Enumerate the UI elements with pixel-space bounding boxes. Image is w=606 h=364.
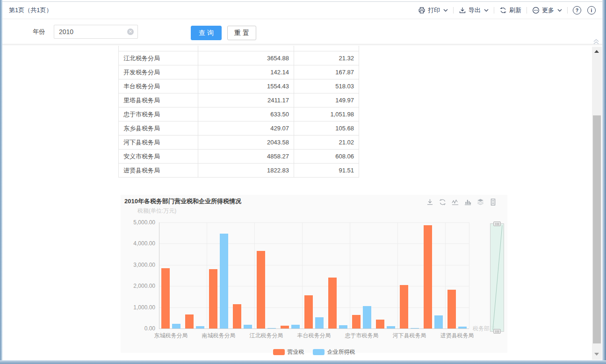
print-button[interactable]: 打印 [418, 6, 448, 14]
bar-企业所得税-4[interactable] [267, 328, 276, 328]
scroll-down-arrow[interactable] [594, 353, 599, 356]
data-view-icon[interactable] [489, 198, 497, 206]
datazoom-slider[interactable] [490, 223, 504, 332]
bar-营业税-8[interactable] [352, 315, 361, 328]
scrollbar-thumb[interactable] [593, 115, 601, 343]
chevron-down-icon [484, 9, 489, 12]
gridline-v [350, 222, 350, 328]
line-chart-icon[interactable] [451, 198, 459, 206]
bar-营业税-9[interactable] [376, 320, 384, 328]
window-border-right [602, 0, 606, 364]
stack-icon[interactable] [476, 198, 484, 206]
gridline-v [445, 222, 446, 328]
bar-企业所得税-7[interactable] [339, 325, 347, 328]
export-button[interactable]: 导出 [459, 6, 489, 14]
table-cell: 东乡县税务局 [119, 121, 198, 135]
bar-企业所得税-11[interactable] [434, 315, 443, 328]
bar-企业所得税-2[interactable] [220, 234, 228, 328]
bar-企业所得税-10[interactable] [411, 328, 419, 328]
gridline-v [254, 222, 255, 328]
bar-chart-icon[interactable] [464, 198, 472, 206]
table-row: 进贤县税务局1822.8391.51 [119, 164, 359, 178]
chart-legend: 营业税企业所得税 [273, 348, 355, 356]
export-label: 导出 [469, 6, 481, 14]
x-tick-label: 进贤县税务局 [435, 332, 480, 340]
table-cell: 21.32 [294, 51, 359, 65]
more-button[interactable]: 更多 [532, 6, 562, 14]
table-cell: 里塔县税务局 [119, 93, 198, 107]
table-cell: 105.68 [294, 121, 359, 135]
search-button[interactable]: 查 询 [191, 26, 222, 40]
y-tick-label: 3,000.00 [123, 262, 155, 268]
y-tick-label: 1,000.00 [123, 304, 155, 311]
printer-icon [418, 7, 426, 14]
bar-营业税-2[interactable] [209, 269, 217, 328]
bar-企业所得税-9[interactable] [387, 326, 395, 328]
x-tick-label: 江北税务分局 [244, 332, 289, 340]
table-cell: 429.07 [198, 121, 294, 135]
table-cell [198, 46, 294, 51]
gridline-h [159, 286, 469, 286]
x-tick-label: 南城税务分局 [196, 332, 241, 340]
bar-企业所得税-12[interactable] [458, 327, 467, 328]
table-cell: 21.02 [294, 136, 359, 149]
x-tick-label: 河下县税务局 [387, 332, 432, 340]
table-row: 忠于市税务局633.501,051.98 [119, 107, 359, 121]
help-button[interactable]: ? [573, 6, 581, 14]
table-cell: 安义市税务局 [119, 150, 198, 163]
table-cell: 2411.17 [198, 93, 294, 107]
bar-营业税-10[interactable] [400, 285, 408, 328]
bar-营业税-0[interactable] [161, 268, 170, 328]
bar-营业税-4[interactable] [257, 251, 265, 328]
gridline-h [159, 243, 469, 244]
bar-营业税-7[interactable] [328, 278, 337, 328]
legend-item-企业所得税[interactable]: 企业所得税 [313, 348, 355, 356]
bar-营业税-11[interactable] [424, 225, 432, 328]
bar-营业税-6[interactable] [304, 295, 313, 328]
table-cell [119, 46, 198, 51]
download-icon[interactable] [426, 198, 434, 206]
bar-企业所得税-3[interactable] [244, 325, 252, 328]
scroll-up-arrow[interactable] [594, 50, 599, 53]
datazoom-handle-bottom[interactable] [493, 329, 501, 334]
bar-企业所得税-8[interactable] [363, 306, 371, 328]
datazoom-handle-top[interactable] [493, 221, 501, 226]
refresh-button[interactable]: 刷新 [499, 6, 521, 14]
table-cell: 1,051.98 [294, 107, 359, 121]
table-row-partial [119, 46, 359, 51]
x-tick-label: 东城税务分局 [149, 332, 194, 340]
bar-营业税-12[interactable] [447, 290, 456, 328]
divider [527, 7, 527, 14]
collapse-panel-icon[interactable] [592, 38, 600, 46]
y-axis-name: 税额(单位:万元) [137, 207, 176, 215]
vertical-scrollbar[interactable] [592, 47, 602, 360]
refresh-icon[interactable] [439, 198, 447, 206]
gridline-v [469, 222, 469, 328]
clear-input-icon[interactable]: ✕ [127, 29, 134, 35]
bar-营业税-3[interactable] [233, 304, 241, 328]
legend-label: 企业所得税 [327, 348, 355, 356]
year-input[interactable] [54, 25, 137, 38]
bar-企业所得税-5[interactable] [291, 325, 300, 328]
table-cell: 1554.43 [198, 79, 294, 93]
bar-营业税-5[interactable] [281, 326, 289, 328]
divider [453, 7, 454, 14]
bar-企业所得税-0[interactable] [172, 324, 180, 328]
bar-营业税-1[interactable] [185, 314, 194, 328]
gridline-v [302, 222, 303, 328]
x-axis-line [159, 328, 469, 329]
info-button[interactable]: i [587, 6, 596, 14]
bar-企业所得税-6[interactable] [315, 317, 324, 328]
table-cell: 518.03 [294, 79, 359, 93]
table-row: 河下县税务局2043.5821.02 [119, 136, 359, 150]
refresh-label: 刷新 [509, 6, 521, 14]
table-row: 江北税务分局3654.8821.32 [119, 51, 359, 65]
legend-item-营业税[interactable]: 营业税 [273, 348, 304, 356]
reset-button[interactable]: 重 置 [227, 26, 256, 40]
table-cell: 142.14 [198, 65, 294, 79]
chevron-down-icon [443, 9, 448, 12]
table-row: 丰台税务分局1554.43518.03 [119, 79, 359, 93]
table-cell: 3654.88 [198, 51, 294, 65]
table-cell: 91.51 [294, 164, 359, 177]
bar-企业所得税-1[interactable] [196, 326, 204, 328]
